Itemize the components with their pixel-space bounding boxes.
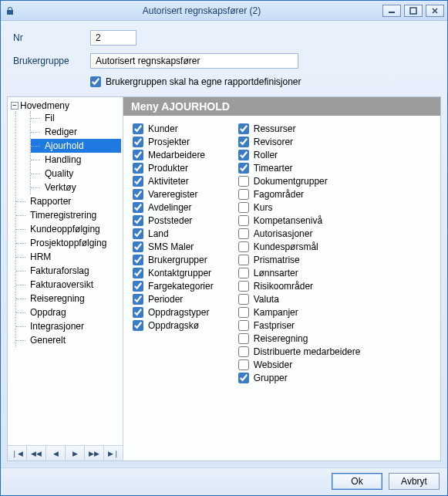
checkbox-item[interactable]: Perioder [133,294,214,305]
checkbox[interactable] [133,268,143,278]
checkbox[interactable] [133,241,143,252]
checkbox-item[interactable]: Reiseregning [238,333,361,344]
tree-item[interactable]: Handling [31,153,121,167]
tree-item[interactable]: Quality [31,167,121,181]
tree-item[interactable]: Rapporter [16,194,121,208]
checkbox-item[interactable]: Fargekategorier [133,281,214,292]
checkbox-item[interactable]: Dokumentgrupper [238,176,361,187]
tree-item[interactable]: Kundeoppfølging [16,222,121,236]
checkbox[interactable] [238,228,249,239]
checkbox-item[interactable]: Vareregister [133,189,214,200]
checkbox[interactable] [238,294,249,305]
checkbox[interactable] [238,373,249,383]
tree-item[interactable]: Integrasjoner [16,319,121,333]
checkbox[interactable] [133,228,143,239]
checkbox-item[interactable]: Kompetansenivå [238,215,361,226]
checkbox[interactable] [238,137,249,147]
group-input[interactable] [90,53,298,69]
tree-item[interactable]: Ajourhold [31,139,121,153]
checkbox[interactable] [238,268,249,278]
checkbox-item[interactable]: SMS Maler [133,241,214,252]
checkbox-item[interactable]: Medarbeidere [133,150,214,160]
collapse-icon[interactable]: − [11,102,19,110]
nav-next-page[interactable]: ▶▶ [85,446,104,461]
checkbox[interactable] [238,202,249,213]
checkbox[interactable] [238,150,249,160]
checkbox[interactable] [133,255,143,265]
checkbox-item[interactable]: Prosjekter [133,137,214,147]
nav-prev[interactable]: ◀ [46,446,66,461]
checkbox[interactable] [238,333,249,344]
checkbox[interactable] [133,123,143,134]
checkbox[interactable] [238,163,249,174]
checkbox-item[interactable]: Avdelinger [133,202,214,213]
checkbox-item[interactable]: Kampanjer [238,307,361,318]
checkbox-item[interactable]: Poststeder [133,215,214,226]
checkbox-item[interactable]: Websider [238,359,361,370]
checkbox-item[interactable]: Kunder [133,123,214,134]
checkbox[interactable] [238,255,249,265]
checkbox[interactable] [238,189,249,200]
checkbox-item[interactable]: Oppdragstyper [133,307,214,318]
checkbox[interactable] [238,241,249,252]
nav-next[interactable]: ▶ [66,446,85,461]
nav-last[interactable]: ▶❘ [104,446,123,461]
checkbox-item[interactable]: Timearter [238,163,361,174]
checkbox[interactable] [238,176,249,187]
checkbox-item[interactable]: Kurs [238,202,361,213]
tree[interactable]: − Hovedmeny FilRedigerAjourholdHandlingQ… [8,97,123,445]
checkbox[interactable] [238,281,249,292]
checkbox-item[interactable]: Ressurser [238,123,361,134]
checkbox[interactable] [238,123,249,134]
checkbox-item[interactable]: Roller [238,150,361,160]
checkbox[interactable] [133,150,143,160]
checkbox[interactable] [133,202,143,213]
checkbox[interactable] [133,294,143,305]
tree-item[interactable]: Fakturaforslag [16,264,121,278]
ok-button[interactable]: Ok [332,473,382,490]
checkbox-item[interactable]: Fastpriser [238,320,361,331]
cancel-button[interactable]: Avbryt [389,473,440,490]
checkbox[interactable] [133,320,143,331]
minimize-button[interactable] [382,5,401,17]
checkbox[interactable] [238,307,249,318]
checkbox-item[interactable]: Kundespørsmål [238,241,361,252]
tree-item[interactable]: Fil [31,111,121,125]
checkbox[interactable] [238,215,249,226]
tree-item[interactable]: Timeregistrering [16,208,121,222]
checkbox-item[interactable]: Lønnsarter [238,268,361,278]
checkbox[interactable] [133,215,143,226]
tree-item[interactable]: Verktøy [31,181,121,194]
own-reports-checkbox[interactable] [90,76,101,87]
nav-first[interactable]: ❘◀ [8,446,27,461]
checkbox[interactable] [133,176,143,187]
checkbox-item[interactable]: Aktiviteter [133,176,214,187]
checkbox-item[interactable]: Autorisasjoner [238,228,361,239]
maximize-button[interactable] [404,5,423,17]
checkbox-item[interactable]: Valuta [238,294,361,305]
own-reports-label[interactable]: Brukergruppen skal ha egne rapportdefini… [106,76,301,87]
close-button[interactable] [426,5,444,17]
checkbox[interactable] [133,189,143,200]
checkbox-item[interactable]: Brukergrupper [133,255,214,265]
checkbox-item[interactable]: Produkter [133,163,214,174]
checkbox[interactable] [238,320,249,331]
checkbox-item[interactable]: Oppdragskø [133,320,214,331]
tree-item[interactable]: Prosjektoppfølging [16,236,121,250]
checkbox[interactable] [133,281,143,292]
checkbox-item[interactable]: Revisorer [238,137,361,147]
checkbox[interactable] [133,307,143,318]
checkbox-item[interactable]: Land [133,228,214,239]
checkbox[interactable] [133,163,143,174]
tree-item[interactable]: Oppdrag [16,305,121,319]
nav-prev-page[interactable]: ◀◀ [27,446,46,461]
tree-item[interactable]: Generelt [16,333,121,347]
nr-input[interactable] [90,30,136,46]
checkbox-item[interactable]: Fagområder [238,189,361,200]
tree-item[interactable]: Reiseregning [16,292,121,305]
checkbox-item[interactable]: Kontaktgrupper [133,268,214,278]
tree-item[interactable]: HRM [16,250,121,264]
tree-root[interactable]: − Hovedmeny [11,100,121,111]
tree-item[interactable]: Rediger [31,125,121,139]
checkbox[interactable] [238,346,249,357]
